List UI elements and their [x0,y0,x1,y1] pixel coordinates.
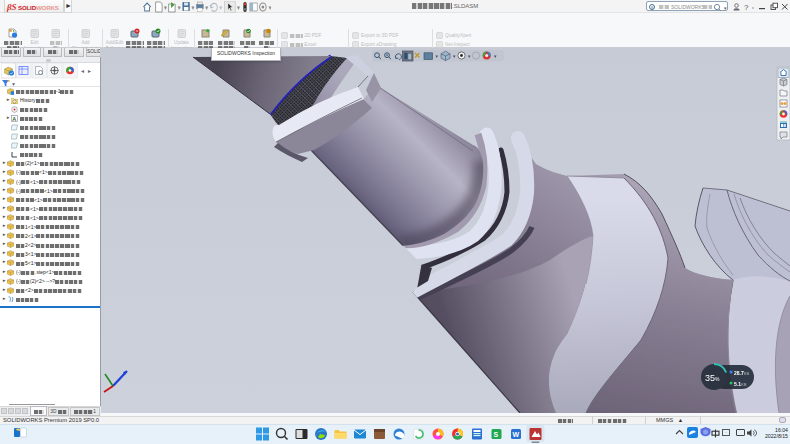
svg-text:▼: ▼ [435,54,439,59]
svg-text:SOLIDWORKS: SOLIDWORKS [18,4,59,11]
svg-text:A: A [12,115,16,121]
svg-text:▼: ▼ [11,81,16,87]
svg-text:28.7KB: 28.7KB [734,370,750,376]
svg-text:W: W [513,431,520,438]
svg-text:▼: ▼ [191,5,196,12]
svg-text:▼: ▼ [163,5,168,12]
svg-text:?: ? [744,3,749,12]
svg-text:◄: ◄ [80,68,85,74]
svg-text:▼: ▼ [467,54,471,59]
svg-text:βS: βS [6,2,17,12]
svg-text:▼: ▼ [218,5,223,12]
svg-text:▼: ▼ [723,6,727,11]
svg-text:►: ► [87,68,92,74]
svg-text:S: S [494,431,499,438]
svg-text:▼: ▼ [493,54,497,59]
svg-text:▼: ▼ [177,5,182,12]
svg-text:▼: ▼ [236,5,241,12]
svg-text:▼: ▼ [204,5,209,12]
svg-text:▼: ▼ [268,5,271,12]
svg-text:▼: ▼ [452,54,456,59]
svg-text:5.1KB: 5.1KB [734,381,747,387]
